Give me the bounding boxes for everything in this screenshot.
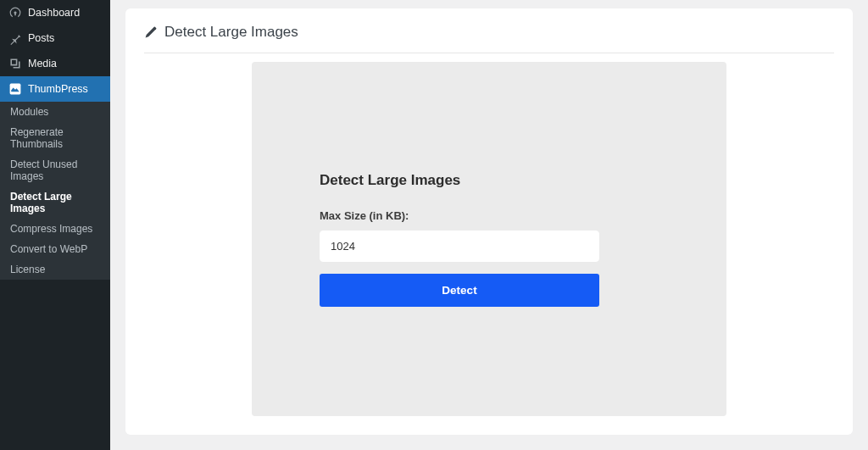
page-title: Detect Large Images	[164, 24, 298, 41]
sidebar-item-media[interactable]: Media	[0, 51, 110, 76]
submenu-item-label: Regenerate Thumbnails	[10, 126, 64, 150]
sidebar-item-label: Media	[28, 58, 57, 69]
submenu-item-label: Modules	[10, 106, 48, 118]
svg-rect-0	[10, 84, 21, 95]
main-content: Detect Large Images Detect Large Images …	[110, 0, 868, 450]
pencil-icon	[144, 25, 158, 39]
submenu-item-detect-unused-images[interactable]: Detect Unused Images	[0, 154, 110, 186]
submenu-item-label: Detect Unused Images	[10, 158, 77, 182]
submenu-item-regenerate-thumbnails[interactable]: Regenerate Thumbnails	[0, 122, 110, 154]
max-size-input[interactable]	[320, 231, 599, 262]
submenu-item-label: Detect Large Images	[10, 191, 72, 214]
submenu-item-license[interactable]: License	[0, 259, 110, 280]
panel: Detect Large Images Max Size (in KB): De…	[252, 62, 726, 416]
content-card: Detect Large Images Detect Large Images …	[125, 8, 853, 435]
page-header: Detect Large Images	[144, 20, 834, 53]
submenu-item-convert-to-webp[interactable]: Convert to WebP	[0, 239, 110, 259]
submenu-item-label: Compress Images	[10, 223, 92, 235]
thumbpress-icon	[8, 82, 22, 96]
sidebar-item-dashboard[interactable]: Dashboard	[0, 0, 110, 25]
pin-icon	[8, 31, 22, 45]
sidebar-item-thumbpress[interactable]: ThumbPress	[0, 76, 110, 102]
detect-button[interactable]: Detect	[320, 274, 599, 307]
submenu-item-label: Convert to WebP	[10, 243, 87, 255]
sidebar-item-label: Dashboard	[28, 7, 80, 19]
max-size-label: Max Size (in KB):	[320, 209, 659, 222]
panel-heading: Detect Large Images	[320, 172, 659, 189]
submenu-item-compress-images[interactable]: Compress Images	[0, 219, 110, 239]
divider	[144, 53, 834, 53]
submenu-item-modules[interactable]: Modules	[0, 102, 110, 122]
gauge-icon	[8, 6, 22, 19]
media-icon	[8, 57, 22, 70]
submenu-item-detect-large-images[interactable]: Detect Large Images	[0, 186, 110, 219]
sidebar-item-posts[interactable]: Posts	[0, 25, 110, 51]
submenu-item-label: License	[10, 264, 45, 275]
sidebar-item-label: Posts	[28, 32, 54, 44]
admin-sidebar: Dashboard Posts Media ThumbPress Modules…	[0, 0, 110, 450]
sidebar-item-label: ThumbPress	[28, 83, 88, 95]
